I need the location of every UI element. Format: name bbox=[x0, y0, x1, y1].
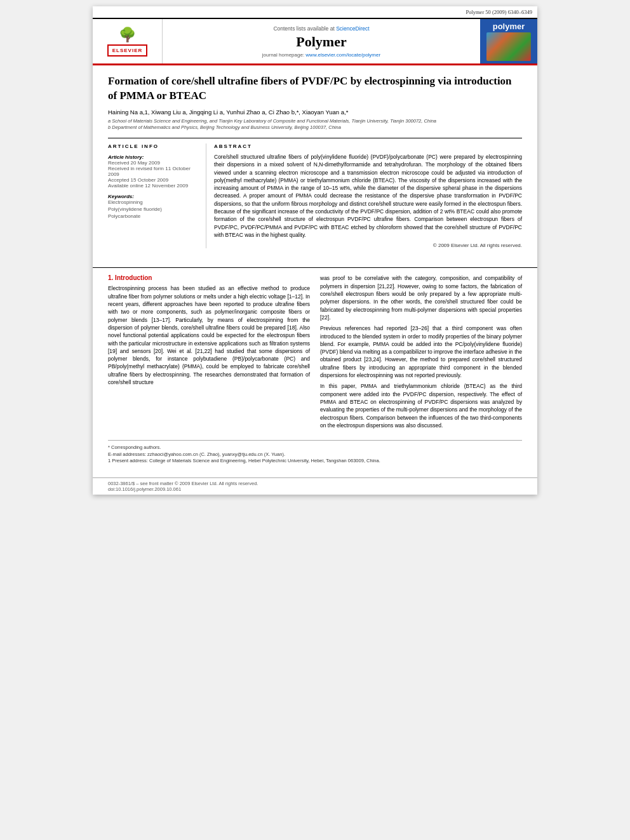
body-right: was proof to be correlative with the cat… bbox=[320, 274, 522, 432]
section1-left-p1: Electrospinning process has been studied… bbox=[108, 284, 310, 386]
journal-header: Polymer 50 (2009) 6340–6349 bbox=[93, 6, 537, 19]
email-note: E-mail addresses: zzhaoci@yahoo.com.cn (… bbox=[108, 451, 522, 458]
authors-text: Haining Na a,1, Xiwang Liu a, Jingqing L… bbox=[108, 109, 348, 116]
received-date: Received 20 May 2009 bbox=[108, 160, 201, 166]
body-two-col: 1. Introduction Electrospinning process … bbox=[108, 274, 522, 432]
affiliation-a: a School of Materials Science and Engine… bbox=[108, 118, 436, 124]
affiliations: a School of Materials Science and Engine… bbox=[108, 118, 522, 131]
footer-issn: 0032-3861/$ – see front matter © 2009 El… bbox=[108, 481, 522, 486]
elsevier-label: ELSEVIER bbox=[107, 44, 148, 57]
history-label: Article history: bbox=[108, 154, 144, 160]
page-footer: 0032-3861/$ – see front matter © 2009 El… bbox=[93, 477, 537, 495]
header-bar: 🌳 ELSEVIER Contents lists available at S… bbox=[93, 19, 537, 65]
keywords-label: Keywords: bbox=[108, 194, 134, 199]
keyword-2: Poly(vinylidene fluoride) bbox=[108, 206, 201, 212]
polymer-brand: polymer bbox=[493, 22, 525, 31]
keyword-3: Polycarbonate bbox=[108, 213, 201, 219]
journal-name: Polymer bbox=[296, 34, 346, 50]
sciencedirect-link[interactable]: ScienceDirect bbox=[336, 25, 369, 32]
article-info-col: ARTICLE INFO Article history: Received 2… bbox=[108, 143, 206, 248]
abstract-heading: ABSTRACT bbox=[214, 143, 522, 149]
present-address-note: 1 Present address: College of Materials … bbox=[108, 458, 522, 465]
elsevier-tree-icon: 🌳 bbox=[119, 27, 136, 43]
main-body: 1. Introduction Electrospinning process … bbox=[93, 267, 537, 477]
polymer-logo-right: polymer bbox=[480, 19, 537, 63]
authors: Haining Na a,1, Xiwang Liu a, Jingqing L… bbox=[108, 109, 522, 116]
sciencedirect-line: Contents lists available at ScienceDirec… bbox=[273, 25, 369, 32]
page: Polymer 50 (2009) 6340–6349 🌳 ELSEVIER C… bbox=[93, 6, 537, 495]
footer-doi: doi:10.1016/j.polymer.2009.10.061 bbox=[108, 486, 522, 492]
abstract-col: ABSTRACT Core/shell structured ultrafine… bbox=[214, 143, 522, 248]
article-content: Formation of core/shell ultrafine fibers… bbox=[93, 65, 537, 267]
elsevier-logo: 🌳 ELSEVIER bbox=[93, 19, 163, 63]
keywords-block: Keywords: Electrospinning Poly(vinyliden… bbox=[108, 192, 201, 219]
article-info-heading: ARTICLE INFO bbox=[108, 143, 201, 149]
abstract-text: Core/shell structured ultrafine fibers o… bbox=[214, 153, 522, 239]
article-info-abstract: ARTICLE INFO Article history: Received 2… bbox=[108, 138, 522, 248]
accepted-date: Accepted 15 October 2009 bbox=[108, 177, 201, 183]
header-center: Contents lists available at ScienceDirec… bbox=[163, 19, 480, 63]
revised-date: Received in revised form 11 October 2009 bbox=[108, 166, 201, 177]
body-left: 1. Introduction Electrospinning process … bbox=[108, 274, 310, 432]
footnotes: * Corresponding authors. E-mail addresse… bbox=[108, 440, 522, 465]
article-history: Article history: Received 20 May 2009 Re… bbox=[108, 153, 201, 189]
journal-homepage: journal homepage: www.elsevier.com/locat… bbox=[262, 52, 380, 58]
polymer-logo-image bbox=[486, 32, 531, 61]
section1-right-p3: In this paper, PMMA and triethylammonium… bbox=[320, 382, 522, 429]
affiliation-b: b Department of Mathematics and Physics,… bbox=[108, 124, 341, 130]
corresponding-note: * Corresponding authors. bbox=[108, 444, 522, 451]
section1-right-p1: was proof to be correlative with the cat… bbox=[320, 274, 522, 321]
copyright: © 2009 Elsevier Ltd. All rights reserved… bbox=[214, 243, 522, 248]
section1-right-p2: Previous references had reported [23–26]… bbox=[320, 324, 522, 379]
available-date: Available online 12 November 2009 bbox=[108, 183, 201, 189]
keyword-1: Electrospinning bbox=[108, 199, 201, 205]
journal-info: Polymer 50 (2009) 6340–6349 bbox=[466, 9, 532, 15]
section1-title: 1. Introduction bbox=[108, 274, 310, 281]
homepage-link[interactable]: www.elsevier.com/locate/polymer bbox=[305, 52, 380, 58]
article-title: Formation of core/shell ultrafine fibers… bbox=[108, 74, 522, 103]
